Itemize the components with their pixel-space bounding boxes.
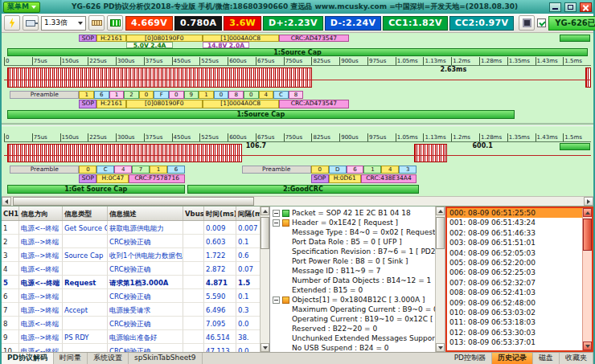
tree-item[interactable]: Port Data Role : B5 = 0 [ UFP ] <box>273 237 435 247</box>
tree-item[interactable]: Header = 0x1E42 [ Request ] <box>273 218 435 227</box>
decode-segment[interactable]: 5.0V 2.4A <box>126 42 173 48</box>
decode-segment[interactable]: [1]0004A0C8 <box>203 35 279 42</box>
table-row[interactable]: 1电源<--终端Get Source Cap获取电源供电能力0.0090.007 <box>2 221 260 235</box>
bit-segment[interactable]: 4 <box>259 91 274 99</box>
log-entry[interactable]: 005: 08-09 06:52:20:00 <box>447 258 582 268</box>
device-button[interactable] <box>519 15 535 31</box>
bit-segment[interactable]: C <box>273 91 289 99</box>
capture-button[interactable] <box>4 15 20 31</box>
waveform-burst[interactable] <box>414 144 448 162</box>
ruler-button[interactable] <box>88 15 105 31</box>
bit-segment[interactable]: C <box>96 166 114 174</box>
packet-summary-bar[interactable]: 1:Source Cap <box>7 48 589 56</box>
log-entry[interactable]: 012: 08-09 06:53:30:03 <box>447 328 582 337</box>
decode-segment[interactable]: CRC:AD473547 <box>279 35 350 42</box>
tree-scrollbar[interactable] <box>435 207 445 352</box>
bit-segment[interactable]: 0 <box>214 91 229 99</box>
preamble-segment[interactable]: Preamble <box>242 166 311 174</box>
column-header[interactable]: 信息类型 <box>63 207 108 220</box>
tree-item[interactable]: Port Power Role : B8 = 0 [ Sink ] <box>273 256 435 266</box>
table-row[interactable]: 5电源<--终端Request请求第1档3.000A4.8711.5 <box>2 276 260 289</box>
bit-segment[interactable]: 4 <box>114 166 132 174</box>
bit-segment[interactable]: 6 <box>167 166 185 174</box>
tree-item[interactable]: Packet = SOP 42 1E 2C B1 04 18 <box>273 208 435 218</box>
tree-item[interactable]: Objects[1] = 0x1804B12C [ 3.000A ] <box>273 295 435 305</box>
scroll-up-arrow[interactable] <box>436 207 445 215</box>
scrollbar-thumb[interactable] <box>13 197 254 206</box>
decode-segment[interactable]: SOP <box>79 100 96 108</box>
decode-segment[interactable]: SOP <box>79 174 96 183</box>
packet-summary-bar[interactable]: 1:Get Source Cap <box>7 185 185 194</box>
close-button[interactable] <box>580 2 592 12</box>
bottom-tab[interactable]: 系统设置 <box>88 353 129 364</box>
collapse-icon[interactable] <box>273 219 280 227</box>
column-header[interactable]: 间隔(ms) <box>236 207 260 220</box>
decode-segment[interactable]: CRC:AD473547 <box>279 100 350 108</box>
bit-segment[interactable]: 6 <box>347 166 364 174</box>
decode-segment[interactable]: [0]080190F0 <box>126 100 203 108</box>
table-row[interactable]: 9电源-->终端PS RDY电源输出准备好46.51438. <box>2 330 260 344</box>
usb-button[interactable] <box>23 15 39 31</box>
column-header[interactable]: Vbus <box>183 207 204 220</box>
decode-segment[interactable]: H:0D61 <box>329 174 361 183</box>
waveform-burst[interactable] <box>585 67 591 88</box>
scroll-right-arrow[interactable] <box>584 197 593 206</box>
log-entry[interactable]: 004: 08-09 06:52:05:03 <box>447 248 582 258</box>
bit-segment[interactable]: 0 <box>79 166 96 174</box>
bit-segment[interactable]: 0 <box>244 91 259 99</box>
log-entry[interactable]: 001: 08-09 06:51:43:24 <box>447 218 582 227</box>
bit-segment[interactable]: 0 <box>311 166 329 174</box>
scrollbar-thumb[interactable] <box>436 217 445 249</box>
bottom-tab[interactable]: 收藏夹 <box>560 353 593 364</box>
bit-segment[interactable]: 7 <box>132 166 150 174</box>
decode-segment[interactable]: H:2161 <box>96 35 126 42</box>
scrollbar-thumb[interactable] <box>261 217 269 249</box>
waveform-burst[interactable] <box>7 67 313 88</box>
preamble-segment[interactable]: Preamble <box>10 91 79 99</box>
tree-item[interactable]: Specification Revision : B7~6 = 1 [ PD2.… <box>273 247 435 256</box>
column-header[interactable]: 信息描述 <box>108 207 183 220</box>
bit-segment[interactable]: 8 <box>228 91 244 99</box>
preamble-segment[interactable]: Preamble <box>10 166 79 174</box>
tree-item[interactable]: No USB Suspend : B24 = 0 <box>273 343 435 352</box>
scroll-up-arrow[interactable] <box>261 207 269 215</box>
tree-item[interactable]: Maximum Operating Current : B9~0 = 0x12C… <box>273 305 435 314</box>
bit-segment[interactable]: 1 <box>79 91 94 99</box>
table-scrollbar[interactable] <box>260 207 269 352</box>
tree-item[interactable]: Message Type : B4~0 = 0x02 [ Request ] <box>273 227 435 237</box>
log-entry[interactable]: 011: 08-09 06:53:18:03 <box>447 317 582 327</box>
bit-segment[interactable]: 1 <box>109 91 125 99</box>
column-header[interactable]: CH1 <box>2 207 19 220</box>
tree-item[interactable]: Reserved : B22~20 = 0 <box>273 324 435 333</box>
scroll-down-arrow[interactable] <box>583 342 592 350</box>
log-entry[interactable]: 000: 08-09 06:51:25:50 <box>447 208 582 218</box>
decode-segment[interactable]: 14.8V 2.0A <box>203 42 249 48</box>
packet-summary-bar[interactable]: 2:GoodCRC <box>187 185 419 194</box>
bit-segment[interactable]: 4 <box>381 166 399 174</box>
decode-segment[interactable]: SOP <box>79 35 96 42</box>
bit-segment[interactable]: D <box>329 166 347 174</box>
bit-segment[interactable]: 0 <box>139 91 154 99</box>
column-header[interactable]: 信息方向 <box>19 207 63 220</box>
zoom-select[interactable]: 1.33倍 <box>41 16 86 31</box>
bit-segment[interactable]: 6 <box>94 91 109 99</box>
connect-checkbox[interactable] <box>537 18 546 27</box>
log-entry[interactable]: 003: 08-09 06:51:51:01 <box>447 238 582 247</box>
log-entry[interactable]: 009: 08-09 06:52:48:00 <box>447 298 582 308</box>
log-entry[interactable]: 006: 08-09 06:52:25:03 <box>447 268 582 277</box>
packet-summary-bar[interactable]: 1:Source Cap <box>7 110 515 119</box>
decode-segment[interactable]: SOP <box>311 174 329 183</box>
bottom-tab[interactable]: 磁盘 <box>533 353 560 364</box>
bottom-tab[interactable]: 历史记录 <box>492 353 533 364</box>
bit-segment[interactable]: F <box>154 91 169 99</box>
table-row[interactable]: 4电源<--终端CRC校验正确2.8720.07 <box>2 262 260 276</box>
bit-segment[interactable]: 8 <box>289 91 304 99</box>
decode-segment[interactable]: CRC:438E34A4 <box>361 174 416 183</box>
bit-segment[interactable]: 2 <box>124 91 139 99</box>
bit-segment[interactable]: 3 <box>399 166 416 174</box>
menu-button[interactable]: 菜单M <box>3 2 40 13</box>
collapse-icon[interactable] <box>273 297 280 304</box>
table-row[interactable]: 10电源<--终端CRC校验正确47.1130.0 <box>2 344 260 352</box>
decode-segment[interactable]: [1]0004A0C8 <box>203 100 279 108</box>
green-marker[interactable] <box>560 143 590 150</box>
